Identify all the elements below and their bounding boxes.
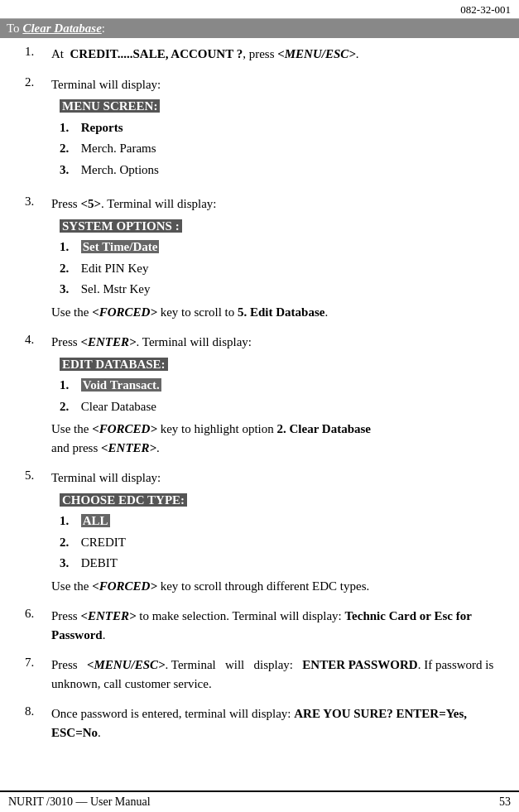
step-7-num: 7. [25, 656, 51, 670]
step-3-num: 3. [25, 195, 51, 209]
step-4-menu: EDIT DATABASE: 1. Void Transact. 2. Clea… [60, 354, 502, 418]
menu-header-2: MENU SCREEN: [60, 96, 502, 118]
menu-item-5-3: 3. DEBIT [60, 553, 502, 574]
menu-item-num-3-2: 2. [60, 258, 74, 280]
menu-item-label-3-2: Edit PIN Key [81, 262, 149, 275]
menu-item-num-3-1: 1. [60, 237, 74, 258]
step-6-body: Press <ENTER> to make selection. Termina… [51, 607, 502, 644]
menu-title-5: CHOOSE EDC TYPE: [60, 493, 187, 507]
step-7-text: Press <MENU/ESC>. Terminal will display:… [51, 656, 502, 693]
step-1-body: At CREDIT.....SALE, ACCOUNT ?, press <ME… [51, 45, 502, 64]
menu-item-label-2-1: Reports [81, 121, 123, 134]
step-8-text: Once password is entered, terminal will … [51, 704, 502, 742]
menu-item-4-2: 2. Clear Database [60, 396, 502, 418]
step-5-menu: CHOOSE EDC TYPE: 1. ALL 2. CREDIT 3. DEB… [60, 490, 502, 574]
menu-title-3: SYSTEM OPTIONS : [60, 219, 182, 233]
step-5-body: Terminal will display: CHOOSE EDC TYPE: … [51, 468, 502, 595]
menu-item-label-4-1: Void Transact. [81, 378, 161, 392]
step-3-menu: SYSTEM OPTIONS : 1. Set Time/Date 2. Edi… [60, 216, 502, 300]
menu-item-label-5-2: CREDIT [81, 536, 126, 549]
step-1: 1. At CREDIT.....SALE, ACCOUNT ?, press … [25, 45, 502, 64]
menu-item-2-1: 1. Reports [60, 118, 502, 139]
step-3-target: 5. Edit Database [238, 305, 324, 319]
footer-left: NURIT /3010 — User Manual [8, 795, 151, 809]
menu-item-5-1: 1. ALL [60, 511, 502, 532]
step-6-num: 6. [25, 607, 51, 621]
step-5-text: Terminal will display: [51, 468, 502, 488]
menu-item-num-5-3: 3. [60, 553, 74, 574]
menu-item-label-2-2: Merch. Params [81, 142, 156, 155]
menu-item-3-2: 2. Edit PIN Key [60, 258, 502, 280]
step-4-text: Press <ENTER>. Terminal will display: [51, 333, 502, 352]
step-3-text: Press <5>. Terminal will display: [51, 195, 502, 214]
section-suffix: : [102, 22, 105, 35]
menu-header-4: EDIT DATABASE: [60, 354, 502, 376]
step-1-key: <MENU/ESC> [277, 47, 356, 60]
menu-item-num-5-1: 1. [60, 511, 74, 532]
menu-header-5: CHOOSE EDC TYPE: [60, 490, 502, 512]
step-7-display: ENTER PASSWORD [302, 658, 417, 671]
step-4: 4. Press <ENTER>. Terminal will display:… [25, 333, 502, 457]
menu-item-num-3-3: 3. [60, 279, 74, 300]
step-2-text: Terminal will display: [51, 75, 502, 94]
step-3-body: Press <5>. Terminal will display: SYSTEM… [51, 195, 502, 321]
menu-header-3: SYSTEM OPTIONS : [60, 216, 502, 238]
menu-item-label-2-3: Merch. Options [81, 163, 159, 176]
step-7-menu-key: <MENU/ESC> [87, 658, 166, 671]
section-title: Clear Database [22, 22, 101, 35]
menu-item-3-1: 1. Set Time/Date [60, 237, 502, 258]
menu-item-4-1: 1. Void Transact. [60, 375, 502, 396]
menu-item-num-2-2: 2. [60, 138, 74, 160]
menu-item-num-4-2: 2. [60, 396, 74, 418]
menu-item-label-5-1: ALL [81, 514, 110, 527]
step-3: 3. Press <5>. Terminal will display: SYS… [25, 195, 502, 321]
footer: NURIT /3010 — User Manual 53 [0, 790, 519, 812]
menu-item-2-3: 3. Merch. Options [60, 160, 502, 181]
step-5: 5. Terminal will display: CHOOSE EDC TYP… [25, 468, 502, 595]
step-5-note: Use the <FORCED> key to scroll through d… [51, 577, 502, 596]
footer-right: 53 [499, 795, 511, 809]
step-4-forced-key: <FORCED> [92, 422, 157, 435]
step-6-text: Press <ENTER> to make selection. Termina… [51, 607, 502, 644]
step-2-num: 2. [25, 75, 51, 89]
step-4-note2: and press <ENTER>. [51, 439, 502, 458]
menu-title-4: EDIT DATABASE: [60, 358, 168, 371]
main-content: 1. At CREDIT.....SALE, ACCOUNT ?, press … [0, 38, 519, 760]
step-1-text: At CREDIT.....SALE, ACCOUNT ?, press <ME… [51, 45, 502, 64]
step-4-body: Press <ENTER>. Terminal will display: ED… [51, 333, 502, 457]
menu-item-label-3-1: Set Time/Date [81, 240, 160, 253]
section-title-bar: To Clear Database: [0, 19, 519, 38]
step-3-note: Use the <FORCED> key to scroll to 5. Edi… [51, 303, 502, 322]
menu-item-num-2-3: 3. [60, 160, 74, 181]
step-8-num: 8. [25, 704, 51, 718]
step-6: 6. Press <ENTER> to make selection. Term… [25, 607, 502, 644]
menu-item-2-2: 2. Merch. Params [60, 138, 502, 160]
step-4-target: 2. Clear Database [277, 422, 371, 435]
step-1-command: CREDIT.....SALE, ACCOUNT ? [70, 47, 243, 60]
menu-item-num-5-2: 2. [60, 532, 74, 554]
menu-title-2: MENU SCREEN: [60, 99, 160, 113]
step-5-forced-key: <FORCED> [92, 579, 157, 593]
step-2-body: Terminal will display: MENU SCREEN: 1. R… [51, 75, 502, 184]
menu-item-num-2-1: 1. [60, 118, 74, 139]
menu-item-num-4-1: 1. [60, 375, 74, 396]
step-4-enter-key2: <ENTER> [101, 441, 156, 454]
step-3-forced-key: <FORCED> [92, 305, 157, 319]
step-3-key: <5> [80, 197, 101, 210]
step-1-num: 1. [25, 45, 51, 59]
step-2: 2. Terminal will display: MENU SCREEN: 1… [25, 75, 502, 184]
step-4-num: 4. [25, 333, 51, 347]
step-4-note: Use the <FORCED> key to highlight option… [51, 420, 502, 439]
step-8: 8. Once password is entered, terminal wi… [25, 704, 502, 742]
step-7: 7. Press <MENU/ESC>. Terminal will displ… [25, 656, 502, 693]
section-prefix: To [7, 22, 22, 35]
menu-item-3-3: 3. Sel. Mstr Key [60, 279, 502, 300]
doc-number: 082-32-001 [0, 0, 519, 19]
menu-item-label-5-3: DEBIT [81, 556, 118, 569]
menu-item-5-2: 2. CREDIT [60, 532, 502, 554]
step-8-display: ARE YOU SURE? ENTER=Yes, ESC=No [51, 707, 467, 739]
step-6-enter-key: <ENTER> [80, 609, 136, 622]
step-7-body: Press <MENU/ESC>. Terminal will display:… [51, 656, 502, 693]
step-4-enter-key: <ENTER> [80, 335, 136, 348]
doc-number-text: 082-32-001 [460, 3, 511, 16]
